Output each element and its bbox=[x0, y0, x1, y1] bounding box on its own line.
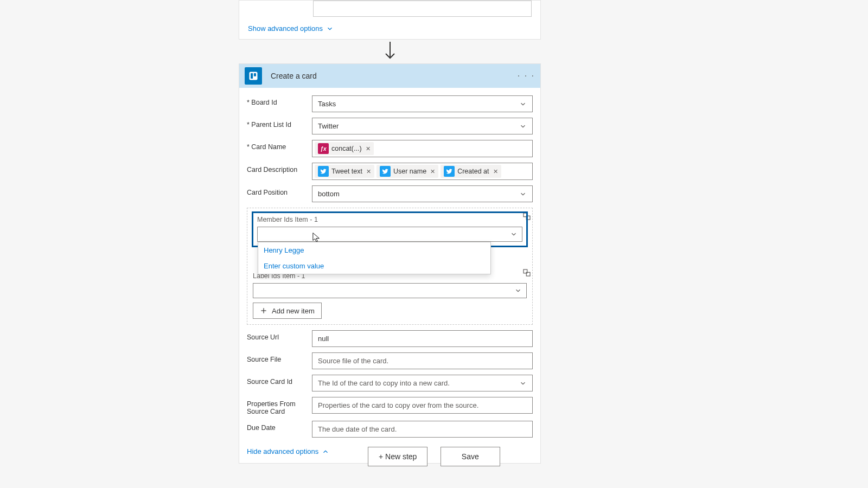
fx-icon: ƒx bbox=[318, 143, 329, 154]
flow-arrow-icon bbox=[382, 42, 398, 61]
source-card-id-label: Source Card Id bbox=[247, 375, 312, 386]
add-new-item-button[interactable]: Add new item bbox=[253, 303, 322, 319]
source-file-input[interactable]: Source file of the card. bbox=[312, 352, 533, 369]
parent-list-id-select[interactable]: Twitter bbox=[312, 118, 533, 134]
card-name-input[interactable]: ƒx concat(...) ✕ bbox=[312, 140, 533, 157]
token-fx-concat[interactable]: ƒx concat(...) ✕ bbox=[315, 142, 374, 155]
card-description-input[interactable]: Tweet text ✕ User name ✕ Created at bbox=[312, 163, 533, 180]
token-text: concat(...) bbox=[331, 145, 362, 152]
board-id-value: Tasks bbox=[318, 100, 519, 108]
token-user-name[interactable]: User name ✕ bbox=[376, 165, 438, 178]
token-text: Tweet text bbox=[331, 168, 362, 175]
twitter-icon bbox=[380, 166, 391, 177]
card-position-select[interactable]: bottom bbox=[312, 185, 533, 202]
card-description-label: Card Description bbox=[247, 163, 312, 174]
source-card-id-placeholder: The Id of the card to copy into a new ca… bbox=[318, 379, 519, 387]
svg-rect-3 bbox=[254, 73, 256, 76]
twitter-icon bbox=[444, 166, 455, 177]
token-tweet-text[interactable]: Tweet text ✕ bbox=[315, 165, 374, 178]
new-step-button[interactable]: + New step bbox=[368, 447, 427, 466]
props-from-source-label: Properties From Source Card bbox=[247, 397, 312, 415]
source-url-label: Source Url bbox=[247, 330, 312, 341]
chevron-down-icon bbox=[514, 287, 522, 294]
show-advanced-label: Show advanced options bbox=[248, 24, 323, 33]
token-text: Created at bbox=[457, 168, 489, 175]
member-ids-dropdown: Henry Legge Enter custom value bbox=[258, 242, 491, 274]
footer-bar: + New step Save bbox=[0, 447, 868, 466]
card-menu-button[interactable]: · · · bbox=[518, 71, 535, 81]
svg-rect-2 bbox=[251, 73, 253, 79]
card-position-label: Card Position bbox=[247, 185, 312, 196]
chevron-down-icon bbox=[326, 25, 334, 33]
show-advanced-link[interactable]: Show advanced options bbox=[248, 24, 334, 33]
due-date-label: Due Date bbox=[247, 421, 312, 432]
token-remove[interactable]: ✕ bbox=[365, 145, 371, 152]
chevron-down-icon bbox=[519, 123, 527, 130]
card-header[interactable]: Create a card · · · bbox=[239, 64, 540, 88]
svg-rect-1 bbox=[250, 72, 258, 80]
due-date-input[interactable]: The due date of the card. bbox=[312, 421, 533, 438]
card-name-label: Card Name bbox=[247, 140, 312, 151]
parent-list-id-value: Twitter bbox=[318, 122, 519, 130]
previous-action-card: Show advanced options bbox=[239, 0, 541, 40]
previous-input[interactable] bbox=[313, 1, 532, 17]
source-file-label: Source File bbox=[247, 352, 312, 363]
token-text: User name bbox=[393, 168, 426, 175]
card-position-value: bottom bbox=[318, 190, 519, 198]
chevron-down-icon bbox=[519, 380, 527, 387]
create-card-action: Create a card · · · Board Id Tasks bbox=[239, 63, 541, 464]
member-ids-section: Member Ids Item - 1 Henry Legge Enter cu… bbox=[247, 208, 533, 325]
member-ids-select[interactable] bbox=[257, 227, 522, 242]
cursor-icon bbox=[312, 232, 321, 243]
mapping-icon[interactable] bbox=[522, 268, 532, 278]
plus-icon bbox=[260, 307, 267, 314]
twitter-icon bbox=[318, 166, 329, 177]
label-ids-select[interactable] bbox=[253, 283, 527, 298]
token-remove[interactable]: ✕ bbox=[429, 168, 435, 175]
chevron-down-icon bbox=[510, 230, 518, 238]
props-from-source-input[interactable]: Properties of the card to copy over from… bbox=[312, 397, 533, 414]
chevron-down-icon bbox=[519, 100, 527, 108]
card-title: Create a card bbox=[262, 72, 317, 80]
chevron-down-icon bbox=[519, 190, 527, 198]
token-created-at[interactable]: Created at ✕ bbox=[441, 165, 501, 178]
save-button[interactable]: Save bbox=[441, 447, 500, 466]
token-remove[interactable]: ✕ bbox=[365, 168, 371, 175]
trello-icon bbox=[245, 67, 262, 85]
token-remove[interactable]: ✕ bbox=[492, 168, 498, 175]
source-url-input[interactable]: null bbox=[312, 330, 533, 347]
parent-list-id-label: Parent List Id bbox=[247, 118, 312, 129]
source-card-id-select[interactable]: The Id of the card to copy into a new ca… bbox=[312, 375, 533, 391]
add-new-item-label: Add new item bbox=[272, 307, 315, 315]
member-option-henry[interactable]: Henry Legge bbox=[258, 242, 490, 258]
enter-custom-value[interactable]: Enter custom value bbox=[258, 258, 490, 274]
board-id-label: Board Id bbox=[247, 95, 312, 106]
board-id-select[interactable]: Tasks bbox=[312, 95, 533, 112]
member-ids-label: Member Ids Item - 1 bbox=[257, 216, 522, 223]
